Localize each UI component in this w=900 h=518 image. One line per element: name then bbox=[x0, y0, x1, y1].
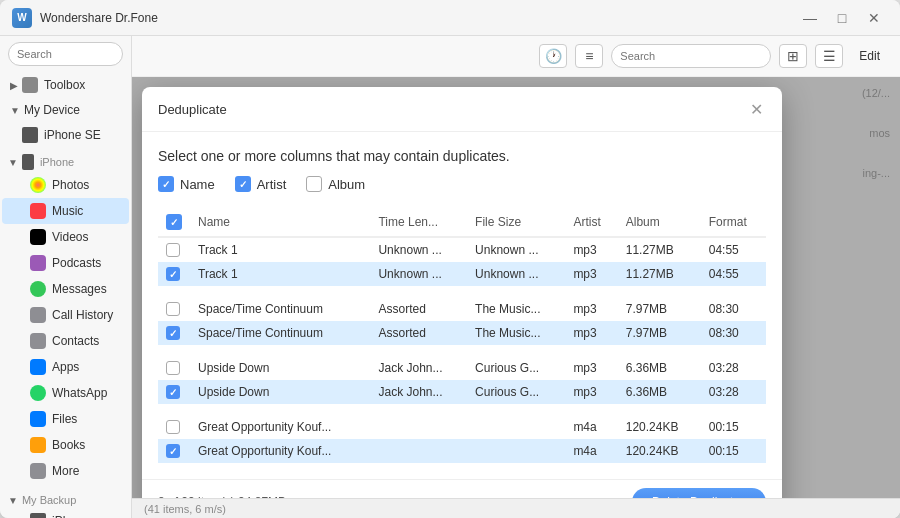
sidebar-item-podcasts[interactable]: Podcasts bbox=[2, 250, 129, 276]
name-check-icon: ✓ bbox=[162, 179, 170, 190]
album-checkbox[interactable] bbox=[306, 176, 322, 192]
sidebar-item-files[interactable]: Files bbox=[2, 406, 129, 432]
my-backup-header[interactable]: ▼ My Backup bbox=[0, 488, 131, 508]
name-filter-label: Name bbox=[180, 177, 215, 192]
row-checkbox[interactable] bbox=[166, 420, 180, 434]
artist-checkbox[interactable]: ✓ bbox=[235, 176, 251, 192]
books-icon bbox=[30, 437, 46, 453]
modal-titlebar: Deduplicate ✕ bbox=[142, 87, 782, 132]
files-label: Files bbox=[52, 412, 77, 426]
delete-duplicates-button[interactable]: Delete Duplicates bbox=[632, 488, 766, 498]
sidebar-item-mydevice[interactable]: ▼ My Device bbox=[2, 98, 129, 122]
duplicates-table: ✓ Name Time Len... File Size Artist Albu… bbox=[158, 208, 766, 463]
modal-footer: 8 of 23 item(s),34.87MB Delete Duplicate… bbox=[142, 479, 782, 498]
row-album: 7.97MB bbox=[618, 321, 701, 345]
iphonese-label: iPhone SE bbox=[44, 128, 101, 142]
row-format: 00:15 bbox=[701, 412, 766, 439]
header-check-icon: ✓ bbox=[170, 217, 178, 228]
mydevice-label: My Device bbox=[24, 103, 80, 117]
app-window: W Wondershare Dr.Fone — □ ✕ ▶ Toolbox ▼ … bbox=[0, 0, 900, 518]
row-artist: m4a bbox=[565, 439, 617, 463]
app-body: ▶ Toolbox ▼ My Device iPhone SE ▼ iPhone bbox=[0, 36, 900, 518]
callhistory-label: Call History bbox=[52, 308, 113, 322]
right-toolbar: 🕐 ≡ ⊞ ☰ Edit bbox=[132, 36, 900, 77]
modal-close-button[interactable]: ✕ bbox=[746, 99, 766, 119]
podcasts-label: Podcasts bbox=[52, 256, 101, 270]
row-checkbox[interactable] bbox=[166, 361, 180, 375]
sidebar-item-books[interactable]: Books bbox=[2, 432, 129, 458]
row-album: 11.27MB bbox=[618, 262, 701, 286]
row-name: Track 1 bbox=[190, 237, 370, 262]
filter-album[interactable]: Album bbox=[306, 176, 365, 192]
row-timelen: Jack John... bbox=[370, 353, 467, 380]
filter-name[interactable]: ✓ Name bbox=[158, 176, 215, 192]
status-bar: (41 items, 6 m/s) bbox=[132, 498, 900, 518]
row-artist: mp3 bbox=[565, 237, 617, 262]
iphone-backup-icon bbox=[30, 513, 46, 518]
books-label: Books bbox=[52, 438, 85, 452]
music-label: Music bbox=[52, 204, 83, 218]
row-checkbox[interactable]: ✓ bbox=[166, 444, 180, 458]
row-checkbox[interactable]: ✓ bbox=[166, 326, 180, 340]
sidebar-item-photos[interactable]: Photos bbox=[2, 172, 129, 198]
list-button[interactable]: ≡ bbox=[575, 44, 603, 68]
row-timelen bbox=[370, 412, 467, 439]
row-checkbox[interactable] bbox=[166, 243, 180, 257]
name-checkbox[interactable]: ✓ bbox=[158, 176, 174, 192]
row-album: 6.36MB bbox=[618, 380, 701, 404]
right-search-input[interactable] bbox=[611, 44, 771, 68]
close-button[interactable]: ✕ bbox=[860, 8, 888, 28]
row-checkbox[interactable] bbox=[166, 302, 180, 316]
row-filesize: Unknown ... bbox=[467, 237, 565, 262]
sidebar-item-videos[interactable]: Videos bbox=[2, 224, 129, 250]
row-checkbox[interactable]: ✓ bbox=[166, 385, 180, 399]
more-label: More bbox=[52, 464, 79, 478]
row-timelen: Unknown ... bbox=[370, 262, 467, 286]
sidebar-item-more[interactable]: More bbox=[2, 458, 129, 484]
iphone-section-header[interactable]: ▼ iPhone bbox=[0, 148, 131, 172]
sidebar-item-messages[interactable]: Messages bbox=[2, 276, 129, 302]
list-view-button[interactable]: ☰ bbox=[815, 44, 843, 68]
maximize-button[interactable]: □ bbox=[828, 8, 856, 28]
sidebar-item-callhistory[interactable]: Call History bbox=[2, 302, 129, 328]
edit-label[interactable]: Edit bbox=[851, 45, 888, 67]
sidebar-item-apps[interactable]: Apps bbox=[2, 354, 129, 380]
iphonese-icon bbox=[22, 127, 38, 143]
apps-icon bbox=[30, 359, 46, 375]
sidebar-search-input[interactable] bbox=[8, 42, 123, 66]
backup-chevron: ▼ bbox=[8, 495, 18, 506]
grid-view-button[interactable]: ⊞ bbox=[779, 44, 807, 68]
sidebar-item-music[interactable]: Music bbox=[2, 198, 129, 224]
sidebar-item-iphonese[interactable]: iPhone SE bbox=[2, 122, 129, 148]
row-timelen: Unknown ... bbox=[370, 237, 467, 262]
row-filesize: Unknown ... bbox=[467, 262, 565, 286]
modal-title: Deduplicate bbox=[158, 102, 227, 117]
row-album: 120.24KB bbox=[618, 412, 701, 439]
app-title: Wondershare Dr.Fone bbox=[40, 11, 796, 25]
callhistory-icon bbox=[30, 307, 46, 323]
row-timelen bbox=[370, 439, 467, 463]
row-artist: mp3 bbox=[565, 380, 617, 404]
row-format: 03:28 bbox=[701, 380, 766, 404]
minimize-button[interactable]: — bbox=[796, 8, 824, 28]
videos-label: Videos bbox=[52, 230, 88, 244]
row-name: Great Opportunity Kouf... bbox=[190, 412, 370, 439]
sidebar-item-iphone-backup[interactable]: iPhone bbox=[2, 508, 129, 518]
modal-overlay: Deduplicate ✕ Select one or more columns… bbox=[132, 77, 900, 498]
row-check-icon: ✓ bbox=[169, 328, 177, 339]
sidebar-item-contacts[interactable]: Contacts bbox=[2, 328, 129, 354]
clock-button[interactable]: 🕐 bbox=[539, 44, 567, 68]
select-all-checkbox[interactable]: ✓ bbox=[166, 214, 182, 230]
sidebar-item-whatsapp[interactable]: WhatsApp bbox=[2, 380, 129, 406]
filter-artist[interactable]: ✓ Artist bbox=[235, 176, 287, 192]
row-format: 08:30 bbox=[701, 321, 766, 345]
row-name: Great Opportunity Kouf... bbox=[190, 439, 370, 463]
row-checkbox[interactable]: ✓ bbox=[166, 267, 180, 281]
title-bar: W Wondershare Dr.Fone — □ ✕ bbox=[0, 0, 900, 36]
row-artist: m4a bbox=[565, 412, 617, 439]
sidebar-item-toolbox[interactable]: ▶ Toolbox bbox=[2, 72, 129, 98]
footer-info: 8 of 23 item(s),34.87MB bbox=[158, 495, 286, 498]
col-format: Format bbox=[701, 208, 766, 237]
sidebar-search-container bbox=[0, 36, 131, 72]
contacts-icon bbox=[30, 333, 46, 349]
